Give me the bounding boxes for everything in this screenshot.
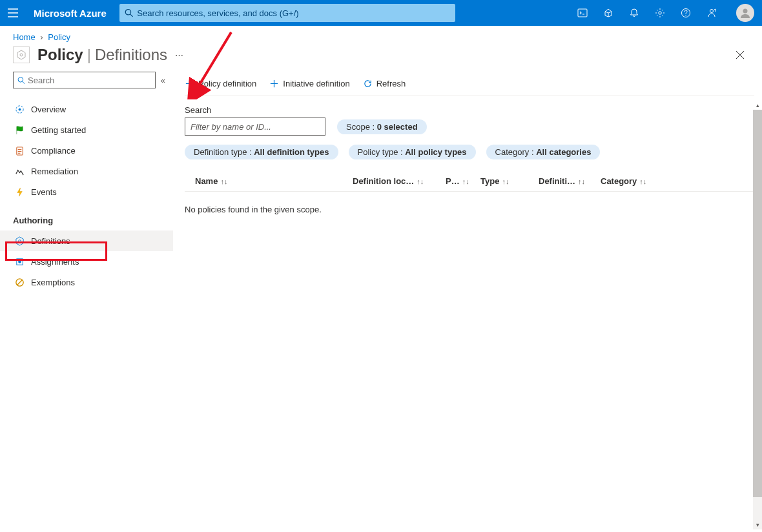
directories-icon[interactable] — [597, 0, 620, 26]
sidebar-nav: Overview Getting started Compliance Reme… — [13, 99, 173, 292]
policy-type-filter-pill[interactable]: Policy type : All policy types — [349, 145, 476, 159]
sidebar-item-compliance[interactable]: Compliance — [13, 140, 173, 161]
scroll-down-icon[interactable]: ▾ — [753, 520, 762, 529]
pill-value: All categories — [536, 147, 591, 157]
filter-name-input[interactable] — [185, 118, 325, 136]
plus-icon — [269, 79, 279, 88]
sidebar-item-label: Assignments — [31, 257, 79, 267]
sidebar-item-exemptions[interactable]: Exemptions — [13, 272, 173, 292]
sidebar: « Overview Getting started Compliance Re… — [0, 69, 173, 526]
pill-label: Policy type : — [358, 147, 406, 157]
refresh-icon — [363, 79, 373, 88]
refresh-button[interactable]: Refresh — [363, 79, 406, 88]
category-filter-pill[interactable]: Category : All categories — [486, 145, 601, 159]
column-p[interactable]: P…↑↓ — [446, 176, 474, 186]
brand-label: Microsoft Azure — [26, 8, 114, 19]
policy-definition-button[interactable]: Policy definition — [185, 79, 256, 88]
plus-icon — [185, 79, 194, 88]
pill-value: All definition types — [254, 147, 329, 157]
exemptions-icon — [14, 277, 25, 287]
search-icon — [125, 8, 133, 17]
svg-line-10 — [23, 81, 25, 83]
sidebar-search-input[interactable] — [28, 76, 151, 85]
close-button[interactable] — [731, 46, 749, 64]
hamburger-menu-icon[interactable] — [5, 5, 21, 21]
sidebar-item-remediation[interactable]: Remediation — [13, 161, 173, 181]
column-type[interactable]: Type↑↓ — [480, 176, 532, 186]
svg-point-17 — [18, 260, 21, 263]
policy-service-icon — [13, 46, 30, 63]
toolbar-label: Policy definition — [198, 79, 256, 88]
svg-line-19 — [17, 280, 22, 285]
table-header: Name↑↓ Definition loc…↑↓ P…↑↓ Type↑↓ Def… — [185, 176, 754, 192]
sort-icon: ↑↓ — [462, 178, 469, 185]
svg-line-1 — [130, 14, 133, 17]
sort-icon: ↑↓ — [639, 178, 646, 185]
scope-filter-pill[interactable]: Scope : 0 selected — [337, 119, 427, 134]
pill-value: 0 selected — [377, 122, 418, 132]
svg-marker-14 — [15, 236, 23, 245]
search-label: Search — [185, 105, 754, 115]
initiative-definition-button[interactable]: Initiative definition — [269, 79, 349, 88]
svg-point-0 — [125, 10, 130, 15]
column-definition[interactable]: Definiti…↑↓ — [539, 176, 594, 186]
help-icon[interactable] — [674, 0, 697, 26]
sidebar-item-label: Definitions — [31, 236, 70, 246]
lightning-icon — [14, 187, 25, 197]
svg-point-9 — [18, 77, 23, 82]
scroll-up-icon[interactable]: ▴ — [753, 101, 762, 110]
page-title-main: Policy — [37, 46, 83, 63]
page-title-sub: Definitions — [95, 46, 167, 63]
breadcrumb-home[interactable]: Home — [13, 32, 36, 42]
definition-type-filter-pill[interactable]: Definition type : All definition types — [185, 145, 338, 159]
column-category[interactable]: Category↑↓ — [601, 176, 665, 186]
sidebar-item-events[interactable]: Events — [13, 181, 173, 202]
breadcrumb-policy[interactable]: Policy — [48, 32, 70, 42]
scrollbar[interactable] — [753, 110, 762, 529]
sort-icon: ↑↓ — [502, 178, 509, 185]
toolbar: Policy definition Initiative definition … — [185, 72, 754, 96]
collapse-sidebar-icon[interactable]: « — [161, 76, 165, 85]
sidebar-item-overview[interactable]: Overview — [13, 99, 173, 119]
global-search[interactable] — [119, 4, 455, 22]
sort-icon: ↑↓ — [417, 178, 424, 185]
sort-icon: ↑↓ — [578, 178, 585, 185]
svg-point-3 — [659, 12, 661, 14]
svg-point-15 — [18, 240, 21, 242]
sidebar-item-label: Compliance — [31, 146, 76, 156]
notifications-icon[interactable] — [623, 0, 646, 26]
sidebar-item-getting-started[interactable]: Getting started — [13, 119, 173, 140]
svg-rect-2 — [578, 9, 587, 17]
more-actions-icon[interactable]: ⋯ — [175, 50, 183, 60]
pill-label: Definition type : — [194, 147, 254, 157]
pill-label: Scope : — [346, 122, 377, 132]
pill-value: All policy types — [405, 147, 466, 157]
chevron-right-icon: › — [40, 32, 43, 42]
sidebar-item-assignments[interactable]: Assignments — [13, 251, 173, 272]
compliance-icon — [14, 145, 25, 156]
sidebar-item-definitions[interactable]: Definitions — [0, 230, 173, 251]
toolbar-label: Refresh — [376, 79, 406, 88]
title-row: Policy|Definitions ⋯ — [0, 46, 762, 69]
sort-icon: ↑↓ — [220, 178, 227, 185]
cloud-shell-icon[interactable] — [571, 0, 594, 26]
column-definition-location[interactable]: Definition loc…↑↓ — [353, 176, 439, 186]
toolbar-label: Initiative definition — [283, 79, 349, 88]
sidebar-search[interactable] — [13, 72, 156, 88]
page-title: Policy|Definitions — [37, 46, 167, 64]
scrollbar-thumb[interactable] — [753, 110, 762, 497]
settings-icon[interactable] — [648, 0, 672, 26]
global-search-input[interactable] — [137, 8, 450, 18]
search-icon — [17, 76, 25, 85]
sidebar-item-label: Exemptions — [31, 278, 75, 287]
overview-icon — [14, 104, 25, 114]
avatar[interactable] — [736, 4, 754, 22]
column-name[interactable]: Name↑↓ — [185, 176, 346, 186]
svg-marker-7 — [17, 50, 25, 59]
svg-point-5 — [710, 10, 714, 13]
breadcrumb: Home › Policy — [0, 26, 762, 46]
svg-point-6 — [743, 9, 748, 14]
sidebar-item-label: Getting started — [31, 125, 86, 135]
pill-label: Category : — [495, 147, 537, 157]
feedback-icon[interactable] — [700, 0, 723, 26]
